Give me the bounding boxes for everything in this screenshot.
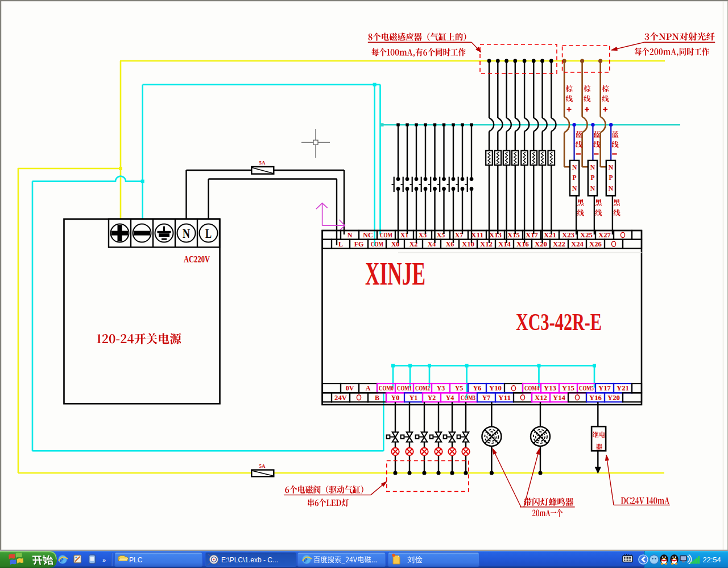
svg-text:COM5: COM5 [579, 384, 594, 392]
svg-text:Y1: Y1 [410, 394, 418, 402]
svg-text:X12: X12 [535, 394, 547, 402]
svg-text:Y5: Y5 [455, 384, 464, 392]
svg-text:COM: COM [371, 240, 383, 248]
svg-text:X13: X13 [489, 231, 502, 239]
svg-text:AC220V: AC220V [184, 254, 210, 265]
svg-text:Y2: Y2 [428, 394, 436, 402]
svg-text:Y17: Y17 [598, 384, 611, 392]
svg-text:N: N [572, 164, 577, 171]
svg-text:L: L [205, 227, 212, 241]
svg-text:COM: COM [380, 231, 392, 239]
svg-text:Y3: Y3 [437, 384, 445, 392]
svg-text:Y21: Y21 [617, 384, 629, 392]
svg-text:22:54: 22:54 [703, 556, 721, 564]
svg-text:N: N [590, 185, 595, 192]
svg-text:P: P [609, 174, 613, 181]
svg-text:Y10: Y10 [489, 384, 502, 392]
svg-text:X22: X22 [553, 240, 565, 248]
svg-text:Y16: Y16 [589, 394, 602, 402]
svg-text:X10: X10 [462, 240, 474, 248]
svg-text:COM1: COM1 [397, 384, 412, 392]
svg-text:Y11: Y11 [498, 394, 511, 402]
svg-text:»: » [102, 557, 106, 563]
svg-text:N: N [572, 185, 577, 192]
svg-text:N: N [609, 185, 614, 192]
svg-text:X21: X21 [544, 231, 556, 239]
svg-text:PLC: PLC [129, 556, 143, 564]
svg-text:A: A [366, 384, 371, 392]
svg-text:X16: X16 [516, 240, 529, 248]
svg-text:Y15: Y15 [562, 384, 574, 392]
svg-text:XINJE: XINJE [365, 256, 425, 291]
svg-text:N: N [590, 164, 595, 171]
svg-text:X15: X15 [507, 231, 520, 239]
svg-text:FG: FG [354, 240, 364, 248]
svg-text:Y0: Y0 [391, 394, 400, 402]
svg-text:X11: X11 [471, 231, 483, 239]
svg-text:COM4: COM4 [524, 384, 539, 392]
svg-text:B: B [375, 394, 379, 402]
svg-text:X12: X12 [480, 240, 493, 248]
svg-text:24V: 24V [334, 394, 347, 402]
svg-text:Y20: Y20 [607, 394, 620, 402]
svg-text:XC3-42R-E: XC3-42R-E [516, 308, 602, 335]
svg-text:5A: 5A [259, 160, 266, 166]
svg-text:COM3: COM3 [461, 394, 475, 402]
svg-text:0V: 0V [346, 384, 354, 392]
svg-text:e: e [60, 555, 64, 564]
svg-text:X17: X17 [526, 231, 538, 239]
svg-text:X24: X24 [571, 240, 584, 248]
svg-text:Y7: Y7 [482, 394, 491, 402]
svg-text:L: L [338, 240, 343, 248]
svg-text:e: e [304, 555, 308, 564]
svg-text:P: P [590, 174, 594, 181]
svg-text:Y14: Y14 [553, 394, 565, 402]
svg-text:P: P [573, 174, 577, 181]
svg-text:Y6: Y6 [473, 384, 482, 392]
svg-text:5A: 5A [259, 463, 266, 469]
svg-text:X14: X14 [498, 240, 511, 248]
svg-text:E:\PLC\1.exb - C...: E:\PLC\1.exb - C... [221, 556, 278, 564]
svg-text:X27: X27 [598, 231, 611, 239]
svg-text:COM2: COM2 [415, 384, 430, 392]
svg-text:NC: NC [363, 231, 373, 239]
svg-text:X23: X23 [562, 231, 574, 239]
svg-text:X26: X26 [589, 240, 602, 248]
svg-text:X25: X25 [580, 231, 593, 239]
svg-text:X20: X20 [535, 240, 547, 248]
svg-text:Y13: Y13 [544, 384, 556, 392]
svg-text:N: N [609, 164, 614, 171]
svg-text:N: N [183, 227, 190, 241]
svg-text:N: N [348, 231, 353, 239]
svg-text:Y4: Y4 [446, 394, 454, 402]
svg-text:COM0: COM0 [379, 384, 394, 392]
